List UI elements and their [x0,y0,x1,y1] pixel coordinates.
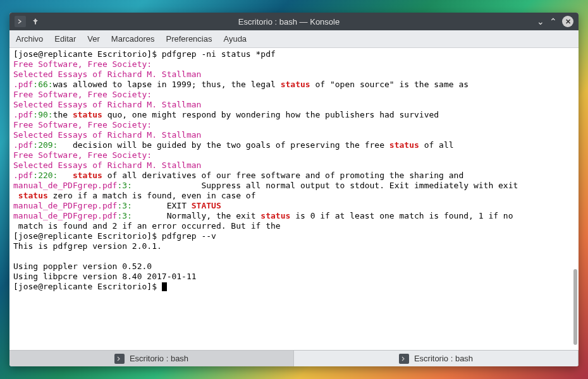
pin-icon[interactable] [30,16,41,27]
match-text: quo, one might respond by wondering how … [102,110,439,119]
match-text: zero if a match is found, even in case o… [48,191,256,200]
output-line: Free Software, Free Society: [13,59,575,69]
line-number: :90: [33,110,52,119]
output-line: This is pdfgrep version 2.0.1. [13,241,575,251]
match-text: EXIT [132,201,192,210]
tab-label: Escritorio : bash [414,354,473,363]
scrollbar[interactable] [573,269,577,345]
match-text [13,191,18,200]
filename: manual_de_PDFgrep.pdf [13,181,117,190]
match-text: of all [419,140,454,150]
konsole-window: Escritorio : bash — Konsole ⌄ ⌃ ✕ Archiv… [9,13,579,366]
line-number: :3: [117,201,132,210]
terminal-icon [114,354,125,364]
window-title: Escritorio : bash — Konsole [41,17,537,27]
filename: manual_de_PDFgrep.pdf [13,201,117,210]
close-icon[interactable]: ✕ [562,16,573,27]
titlebar[interactable]: Escritorio : bash — Konsole ⌄ ⌃ ✕ [9,13,579,30]
cursor [162,282,167,291]
tabbar: Escritorio : bash Escritorio : bash [9,350,579,366]
prompt: [jose@replicante Escritorio]$ [13,49,162,59]
menu-preferencias[interactable]: Preferencias [166,34,212,44]
line-number: :209: [33,140,58,150]
menu-marcadores[interactable]: Marcadores [111,34,155,44]
filename: .pdf [13,80,33,89]
terminal-icon [399,354,409,364]
prompt-icon[interactable] [15,16,26,27]
menubar: Archivo Editar Ver Marcadores Preferenci… [9,30,579,48]
tab-2[interactable]: Escritorio : bash [294,351,579,366]
filename: .pdf [13,140,33,150]
filename: .pdf [13,110,33,119]
output-line: Free Software, Free Society: [13,120,575,130]
match-highlight: status [260,211,290,220]
output-line: Selected Essays of Richard M. Stallman [13,69,575,80]
match-highlight: STATUS [192,201,221,210]
prompt: [jose@replicante Escritorio]$ [13,231,162,241]
match-text [58,171,72,180]
line-number: :3: [117,181,132,190]
match-highlight: status [18,191,48,200]
maximize-icon[interactable]: ⌃ [549,16,557,27]
line-number: :66: [33,80,52,89]
output-line: Using libpcre version 8.40 2017-01-11 [13,272,575,282]
match-text: match is found and 2 if an error occurre… [13,221,281,231]
titlebar-left [15,16,41,27]
menu-archivo[interactable]: Archivo [16,34,43,44]
tab-label: Escritorio : bash [130,354,188,363]
tab-1[interactable]: Escritorio : bash [9,351,294,366]
command-text: pdfgrep --v [162,231,216,241]
match-highlight: status [281,80,310,89]
output-line: Free Software, Free Society: [13,90,575,100]
match-highlight: status [389,140,419,150]
line-number: :3: [117,211,132,220]
match-highlight: status [73,110,102,119]
match-text: of all derivatives of our free software … [102,171,463,180]
filename: .pdf [13,171,33,180]
menu-editar[interactable]: Editar [54,34,76,44]
titlebar-controls: ⌄ ⌃ ✕ [537,16,573,27]
filename: manual_de_PDFgrep.pdf [13,211,117,220]
match-text: of "open source" is the same as [310,80,469,89]
output-line: Selected Essays of Richard M. Stallman [13,100,575,110]
output-line: Selected Essays of Richard M. Stallman [13,160,575,171]
command-text: pdfgrep -ni status *pdf [162,49,276,59]
match-text: is 0 if at least one match is found, 1 i… [290,211,513,220]
line-number: :220: [33,171,58,180]
output-line: Selected Essays of Richard M. Stallman [13,130,575,140]
menu-ver[interactable]: Ver [87,34,100,44]
match-text: Suppress all normal output to stdout. Ex… [132,181,518,190]
match-text: was allowed to lapse in 1999; thus, the … [53,80,281,89]
output-line: Using poppler version 0.52.0 [13,262,575,272]
menu-ayuda[interactable]: Ayuda [223,34,247,44]
match-highlight: status [73,171,102,180]
match-text: decision will be guided by the two goals… [58,140,389,150]
terminal-area[interactable]: [jose@replicante Escritorio]$ pdfgrep -n… [9,48,579,350]
minimize-icon[interactable]: ⌄ [537,16,544,27]
match-text: Normally, the exit [132,211,261,220]
match-text: the [53,110,73,119]
output-line: Free Software, Free Society: [13,150,575,160]
prompt: [jose@replicante Escritorio]$ [13,282,162,291]
